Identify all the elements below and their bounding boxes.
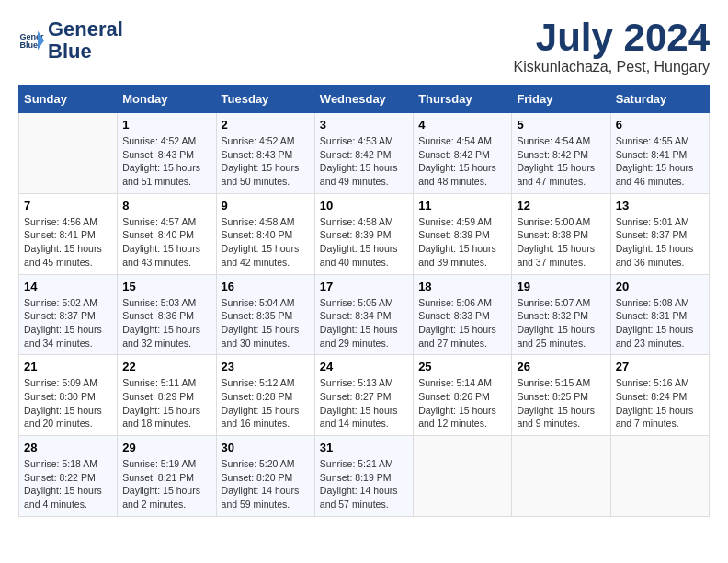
day-number: 21 (24, 360, 112, 373)
week-row-0: 1Sunrise: 4:52 AM Sunset: 8:43 PM Daylig… (19, 113, 710, 194)
day-cell (610, 436, 709, 517)
day-info: Sunrise: 5:19 AM Sunset: 8:21 PM Dayligh… (122, 457, 210, 511)
header-cell-thursday: Thursday (414, 86, 512, 113)
week-row-3: 21Sunrise: 5:09 AM Sunset: 8:30 PM Dayli… (19, 355, 710, 436)
day-info: Sunrise: 5:07 AM Sunset: 8:32 PM Dayligh… (517, 296, 605, 350)
header-cell-tuesday: Tuesday (216, 86, 314, 113)
logo: General Blue General Blue (18, 18, 123, 63)
header-cell-saturday: Saturday (610, 86, 709, 113)
day-info: Sunrise: 5:14 AM Sunset: 8:26 PM Dayligh… (418, 376, 506, 431)
day-cell (414, 436, 512, 517)
day-cell: 30Sunrise: 5:20 AM Sunset: 8:20 PM Dayli… (216, 436, 314, 517)
day-info: Sunrise: 5:00 AM Sunset: 8:38 PM Dayligh… (517, 215, 605, 270)
day-cell: 8Sunrise: 4:57 AM Sunset: 8:40 PM Daylig… (118, 193, 216, 274)
day-number: 15 (122, 280, 210, 293)
day-cell: 4Sunrise: 4:54 AM Sunset: 8:42 PM Daylig… (414, 113, 512, 194)
day-cell: 11Sunrise: 4:59 AM Sunset: 8:39 PM Dayli… (414, 193, 512, 274)
day-cell: 14Sunrise: 5:02 AM Sunset: 8:37 PM Dayli… (19, 274, 118, 355)
header: General Blue General Blue July 2024 Kisk… (18, 18, 710, 75)
title-section: July 2024 Kiskunlachaza, Pest, Hungary (514, 18, 710, 75)
day-cell: 20Sunrise: 5:08 AM Sunset: 8:31 PM Dayli… (610, 274, 709, 355)
day-info: Sunrise: 5:11 AM Sunset: 8:29 PM Dayligh… (122, 376, 210, 431)
day-number: 24 (320, 360, 408, 373)
day-number: 14 (24, 280, 112, 293)
day-info: Sunrise: 5:16 AM Sunset: 8:24 PM Dayligh… (616, 376, 704, 431)
day-number: 13 (616, 199, 704, 213)
day-number: 1 (122, 118, 210, 132)
day-cell: 22Sunrise: 5:11 AM Sunset: 8:29 PM Dayli… (118, 355, 216, 436)
day-cell: 26Sunrise: 5:15 AM Sunset: 8:25 PM Dayli… (512, 355, 610, 436)
day-number: 6 (616, 118, 704, 132)
day-cell: 23Sunrise: 5:12 AM Sunset: 8:28 PM Dayli… (216, 355, 314, 436)
day-number: 3 (320, 118, 408, 132)
day-info: Sunrise: 5:12 AM Sunset: 8:28 PM Dayligh… (222, 376, 310, 431)
day-cell: 1Sunrise: 4:52 AM Sunset: 8:43 PM Daylig… (118, 113, 216, 194)
day-cell: 2Sunrise: 4:52 AM Sunset: 8:43 PM Daylig… (216, 113, 314, 194)
svg-text:Blue: Blue (19, 41, 38, 51)
week-row-2: 14Sunrise: 5:02 AM Sunset: 8:37 PM Dayli… (19, 274, 710, 355)
day-number: 16 (222, 280, 310, 293)
day-number: 26 (517, 360, 605, 373)
header-cell-sunday: Sunday (19, 86, 118, 113)
day-cell: 13Sunrise: 5:01 AM Sunset: 8:37 PM Dayli… (610, 193, 709, 274)
day-number: 2 (222, 118, 310, 132)
day-cell: 19Sunrise: 5:07 AM Sunset: 8:32 PM Dayli… (512, 274, 610, 355)
day-number: 31 (320, 441, 408, 454)
day-number: 29 (122, 441, 210, 454)
week-row-4: 28Sunrise: 5:18 AM Sunset: 8:22 PM Dayli… (19, 436, 710, 517)
header-cell-wednesday: Wednesday (314, 86, 413, 113)
day-cell: 16Sunrise: 5:04 AM Sunset: 8:35 PM Dayli… (216, 274, 314, 355)
calendar-body: 1Sunrise: 4:52 AM Sunset: 8:43 PM Daylig… (19, 113, 710, 517)
day-info: Sunrise: 4:52 AM Sunset: 8:43 PM Dayligh… (222, 134, 310, 189)
day-cell: 10Sunrise: 4:58 AM Sunset: 8:39 PM Dayli… (314, 193, 413, 274)
day-info: Sunrise: 5:21 AM Sunset: 8:19 PM Dayligh… (320, 457, 408, 511)
day-number: 9 (222, 199, 310, 213)
day-info: Sunrise: 4:55 AM Sunset: 8:41 PM Dayligh… (616, 134, 704, 189)
day-number: 12 (517, 199, 605, 213)
day-cell: 7Sunrise: 4:56 AM Sunset: 8:41 PM Daylig… (19, 193, 118, 274)
day-info: Sunrise: 5:13 AM Sunset: 8:27 PM Dayligh… (320, 376, 408, 431)
day-cell: 29Sunrise: 5:19 AM Sunset: 8:21 PM Dayli… (118, 436, 216, 517)
day-info: Sunrise: 5:03 AM Sunset: 8:36 PM Dayligh… (122, 296, 210, 350)
day-cell: 18Sunrise: 5:06 AM Sunset: 8:33 PM Dayli… (414, 274, 512, 355)
day-cell: 12Sunrise: 5:00 AM Sunset: 8:38 PM Dayli… (512, 193, 610, 274)
day-number: 22 (122, 360, 210, 373)
day-number: 5 (517, 118, 605, 132)
logo-text: General Blue (48, 18, 123, 63)
calendar-header: SundayMondayTuesdayWednesdayThursdayFrid… (19, 86, 710, 113)
day-number: 30 (222, 441, 310, 454)
header-row: SundayMondayTuesdayWednesdayThursdayFrid… (19, 86, 710, 113)
day-info: Sunrise: 5:18 AM Sunset: 8:22 PM Dayligh… (24, 457, 112, 511)
day-number: 10 (320, 199, 408, 213)
day-info: Sunrise: 4:54 AM Sunset: 8:42 PM Dayligh… (418, 134, 506, 189)
header-cell-monday: Monday (118, 86, 216, 113)
day-info: Sunrise: 5:06 AM Sunset: 8:33 PM Dayligh… (418, 296, 506, 350)
day-number: 11 (418, 199, 506, 213)
day-number: 17 (320, 280, 408, 293)
day-info: Sunrise: 5:01 AM Sunset: 8:37 PM Dayligh… (616, 215, 704, 270)
day-cell: 17Sunrise: 5:05 AM Sunset: 8:34 PM Dayli… (314, 274, 413, 355)
day-info: Sunrise: 5:20 AM Sunset: 8:20 PM Dayligh… (222, 457, 310, 511)
day-cell: 9Sunrise: 4:58 AM Sunset: 8:40 PM Daylig… (216, 193, 314, 274)
day-info: Sunrise: 4:54 AM Sunset: 8:42 PM Dayligh… (517, 134, 605, 189)
day-number: 28 (24, 441, 112, 454)
day-info: Sunrise: 4:59 AM Sunset: 8:39 PM Dayligh… (418, 215, 506, 270)
day-number: 19 (517, 280, 605, 293)
day-info: Sunrise: 4:58 AM Sunset: 8:40 PM Dayligh… (222, 215, 310, 270)
day-info: Sunrise: 5:08 AM Sunset: 8:31 PM Dayligh… (616, 296, 704, 350)
logo-icon: General Blue (18, 28, 44, 53)
day-cell: 24Sunrise: 5:13 AM Sunset: 8:27 PM Dayli… (314, 355, 413, 436)
day-number: 23 (222, 360, 310, 373)
week-row-1: 7Sunrise: 4:56 AM Sunset: 8:41 PM Daylig… (19, 193, 710, 274)
day-info: Sunrise: 5:05 AM Sunset: 8:34 PM Dayligh… (320, 296, 408, 350)
day-info: Sunrise: 5:02 AM Sunset: 8:37 PM Dayligh… (24, 296, 112, 350)
day-info: Sunrise: 4:53 AM Sunset: 8:42 PM Dayligh… (320, 134, 408, 189)
day-info: Sunrise: 5:15 AM Sunset: 8:25 PM Dayligh… (517, 376, 605, 431)
day-cell (19, 113, 118, 194)
day-info: Sunrise: 4:58 AM Sunset: 8:39 PM Dayligh… (320, 215, 408, 270)
day-number: 27 (616, 360, 704, 373)
day-number: 25 (418, 360, 506, 373)
day-info: Sunrise: 4:52 AM Sunset: 8:43 PM Dayligh… (122, 134, 210, 189)
day-number: 4 (418, 118, 506, 132)
day-number: 20 (616, 280, 704, 293)
